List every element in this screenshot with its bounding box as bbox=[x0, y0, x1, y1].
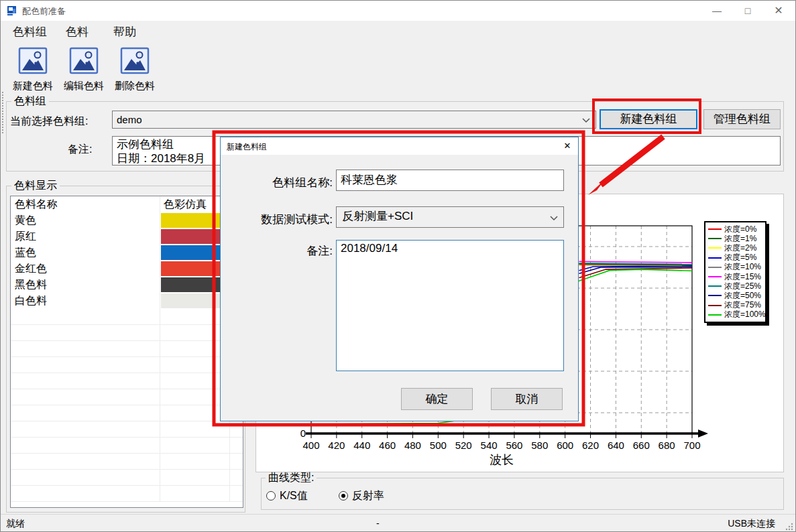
table-empty-row bbox=[11, 341, 243, 357]
menu-bar: 色料组色料帮助 bbox=[1, 21, 795, 44]
toolbar: 新建色料编辑色料删除色料 bbox=[1, 44, 795, 98]
empty-swatch-cell bbox=[161, 486, 230, 502]
manage-set-button[interactable]: 管理色料组 bbox=[703, 109, 781, 129]
legend-line-swatch bbox=[708, 238, 722, 239]
dialog-mode-label: 数据测试模式: bbox=[225, 212, 333, 227]
legend-line-swatch bbox=[708, 267, 722, 268]
legend-line-swatch bbox=[708, 295, 722, 296]
empty-name-cell bbox=[11, 421, 160, 438]
menu-item-colorant-set[interactable]: 色料组 bbox=[9, 23, 51, 42]
dialog-mode-combobox[interactable]: 反射测量+SCI bbox=[336, 206, 564, 228]
empty-name-cell bbox=[11, 357, 160, 373]
new-set-dialog: 新建色料组 ✕ 色料组名称: 科莱恩色浆 数据测试模式: 反射测量+SCI 备注… bbox=[220, 137, 579, 421]
svg-text:540: 540 bbox=[481, 440, 498, 451]
title-bar: 配色前准备 — □ ✕ bbox=[1, 1, 795, 21]
table-row[interactable]: 蓝色 bbox=[11, 245, 243, 261]
current-set-label: 当前选择色料组: bbox=[10, 115, 88, 129]
svg-text:460: 460 bbox=[379, 440, 396, 451]
new-set-button[interactable]: 新建色料组 bbox=[600, 109, 697, 129]
dialog-cancel-button[interactable]: 取消 bbox=[491, 388, 563, 410]
svg-text:波长: 波长 bbox=[490, 453, 514, 466]
legend-line-swatch bbox=[708, 314, 722, 316]
toolbar-button-label: 编辑色料 bbox=[58, 80, 109, 92]
table-row[interactable]: 原红 bbox=[11, 228, 243, 245]
annotation-arrow-head-icon bbox=[588, 180, 605, 195]
svg-text:400: 400 bbox=[302, 440, 319, 451]
image-icon bbox=[68, 46, 99, 76]
dialog-remark-textarea[interactable]: 2018/09/14 bbox=[336, 240, 564, 371]
table-row[interactable]: 黑色料 bbox=[11, 277, 243, 293]
toolbar-delete-colorant-button[interactable]: 删除色料 bbox=[109, 46, 160, 92]
radio-reflectance[interactable]: 反射率 bbox=[339, 490, 384, 502]
table-empty-row bbox=[11, 486, 243, 502]
svg-text:680: 680 bbox=[659, 440, 675, 451]
colorant-name-cell: 黑色料 bbox=[11, 277, 160, 293]
table-empty-row bbox=[11, 325, 243, 341]
radio-ks-value[interactable]: K/S值 bbox=[266, 490, 308, 502]
current-set-combobox[interactable]: demo bbox=[112, 111, 596, 129]
legend-line-swatch bbox=[708, 305, 722, 306]
chart-legend: 浓度=0%浓度=1%浓度=2%浓度=5%浓度=10%浓度=15%浓度=25%浓度… bbox=[704, 221, 766, 323]
status-ready: 就绪 bbox=[6, 518, 25, 530]
image-icon bbox=[119, 46, 150, 76]
svg-text:480: 480 bbox=[404, 440, 421, 451]
colorant-display-group-title: 色料显示 bbox=[11, 180, 60, 191]
radio-selected-dot bbox=[341, 494, 345, 498]
legend-label: 浓度=100% bbox=[724, 309, 766, 320]
colorant-name-cell: 原红 bbox=[11, 228, 160, 245]
empty-swatch-cell bbox=[161, 421, 230, 438]
empty-name-cell bbox=[11, 389, 160, 405]
radio-label: K/S值 bbox=[280, 489, 308, 503]
chevron-down-icon bbox=[582, 118, 590, 123]
current-set-value: demo bbox=[117, 114, 142, 125]
minimize-button-icon[interactable]: — bbox=[701, 1, 732, 21]
table-row[interactable]: 金红色 bbox=[11, 261, 243, 277]
table-empty-row bbox=[11, 309, 243, 325]
image-icon bbox=[17, 46, 48, 76]
toolbar-edit-colorant-button[interactable]: 编辑色料 bbox=[58, 46, 109, 92]
menu-item-colorant[interactable]: 色料 bbox=[62, 23, 93, 42]
empty-swatch-cell bbox=[161, 454, 230, 470]
legend-line-swatch bbox=[708, 247, 722, 249]
toolbar-grip[interactable] bbox=[2, 92, 4, 133]
svg-text:600: 600 bbox=[557, 440, 573, 451]
empty-name-cell bbox=[11, 438, 160, 454]
colorant-table[interactable]: 色料名称色彩仿真黄色原红蓝色金红色黑色料白色料 bbox=[10, 196, 243, 508]
colorant-name-cell: 蓝色 bbox=[11, 245, 160, 261]
table-empty-row bbox=[11, 438, 243, 454]
menu-item-help[interactable]: 帮助 bbox=[109, 23, 140, 42]
table-row[interactable]: 黄色 bbox=[11, 212, 243, 228]
radio-button-icon bbox=[339, 491, 348, 501]
close-button-icon[interactable]: ✕ bbox=[763, 1, 794, 21]
dialog-close-icon[interactable]: ✕ bbox=[557, 137, 578, 155]
dialog-name-input[interactable]: 科莱恩色浆 bbox=[336, 170, 564, 191]
radio-button-icon bbox=[266, 491, 276, 501]
dialog-mode-value: 反射测量+SCI bbox=[342, 210, 413, 222]
chevron-down-icon bbox=[550, 216, 558, 221]
status-usb: USB未连接 bbox=[728, 518, 775, 530]
svg-text:500: 500 bbox=[430, 440, 447, 451]
dialog-ok-button[interactable]: 确定 bbox=[401, 388, 473, 410]
colorant-set-group-title: 色料组 bbox=[11, 96, 49, 107]
legend-entry: 浓度=100% bbox=[708, 310, 762, 320]
maximize-button-icon[interactable]: □ bbox=[732, 1, 763, 21]
dialog-title-bar: 新建色料组 ✕ bbox=[221, 137, 578, 155]
empty-name-cell bbox=[11, 405, 160, 421]
empty-name-cell bbox=[11, 454, 160, 470]
empty-name-cell bbox=[11, 373, 160, 389]
resize-grip-icon[interactable] bbox=[785, 523, 793, 531]
app-icon bbox=[7, 5, 17, 16]
svg-text:420: 420 bbox=[328, 440, 345, 451]
toolbar-new-colorant-button[interactable]: 新建色料 bbox=[7, 46, 58, 92]
svg-text:700: 700 bbox=[683, 440, 700, 451]
legend-line-swatch bbox=[708, 276, 722, 277]
colorant-name-cell: 黄色 bbox=[11, 212, 160, 228]
empty-name-cell bbox=[11, 470, 160, 486]
table-row[interactable]: 白色料 bbox=[11, 293, 243, 309]
table-empty-row bbox=[11, 470, 243, 486]
table-empty-row bbox=[11, 389, 243, 405]
empty-swatch-cell bbox=[161, 470, 230, 486]
remark-label: 备注: bbox=[68, 143, 92, 157]
table-empty-row bbox=[11, 405, 243, 421]
empty-name-cell bbox=[11, 309, 160, 325]
